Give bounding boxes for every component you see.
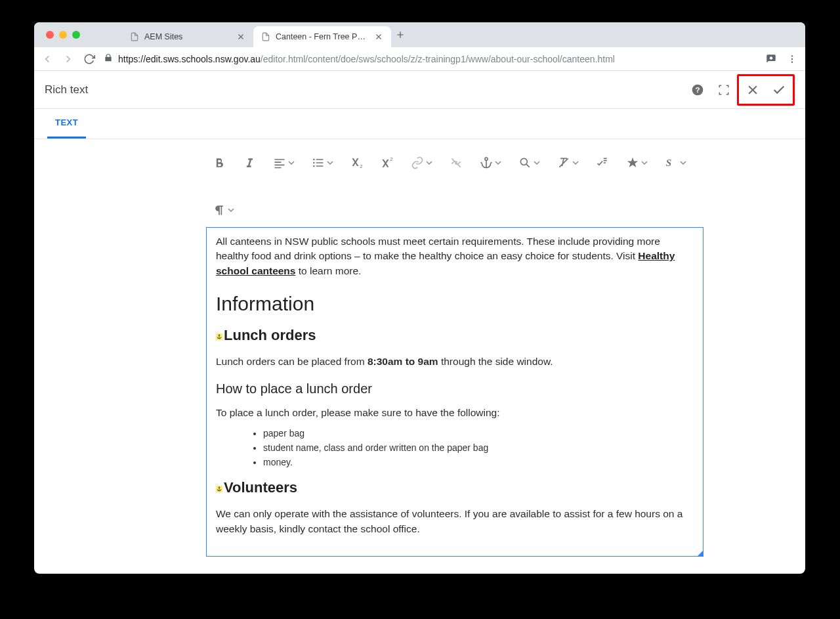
new-tab-button[interactable] <box>391 26 410 44</box>
svg-point-0 <box>791 55 793 56</box>
svg-text:S: S <box>666 158 671 168</box>
url-text: https://edit.sws.schools.nsw.gov.au/edit… <box>118 54 615 64</box>
svg-text:?: ? <box>695 85 700 94</box>
anchor-marker-icon <box>216 486 222 492</box>
dialog-title: Rich text <box>45 83 88 96</box>
fullscreen-icon[interactable] <box>711 77 737 103</box>
svg-point-13 <box>219 335 220 336</box>
svg-point-2 <box>791 61 793 62</box>
rte-area: 2 2 S All canteens in NSW public schools… <box>34 139 805 574</box>
heading-how-to-place[interactable]: How to place a lunch order <box>216 381 694 396</box>
heading-information[interactable]: Information <box>216 293 694 315</box>
lock-icon <box>104 53 113 64</box>
window-controls <box>39 31 87 39</box>
close-tab-icon[interactable] <box>236 32 245 41</box>
done-button[interactable] <box>766 77 792 103</box>
rich-text-editor[interactable]: All canteens in NSW public schools must … <box>206 227 704 557</box>
minimize-window-button[interactable] <box>59 31 67 39</box>
close-tab-icon[interactable] <box>374 32 383 41</box>
tab-title: Canteen - Fern Tree Public Sch <box>276 32 369 41</box>
dialog-tabs: TEXT <box>34 109 805 139</box>
url-bar[interactable]: https://edit.sws.schools.nsw.gov.au/edit… <box>104 53 757 64</box>
browser-tab-canteen[interactable]: Canteen - Fern Tree Public Sch <box>253 26 391 47</box>
svg-point-5 <box>313 159 315 161</box>
forward-button[interactable] <box>62 53 75 66</box>
page-icon <box>261 32 270 41</box>
browser-tab-bar: AEM Sites Canteen - Fern Tree Public Sch <box>34 22 805 47</box>
browser-menu-icon[interactable] <box>786 53 799 66</box>
align-button[interactable] <box>273 155 295 171</box>
svg-point-10 <box>485 158 488 160</box>
svg-text:2: 2 <box>390 156 392 162</box>
reload-button[interactable] <box>83 53 96 66</box>
extension-icon[interactable] <box>765 53 778 66</box>
spellcheck-button[interactable] <box>596 155 609 171</box>
list-item[interactable]: student name, class and order written on… <box>263 442 694 453</box>
instructions-paragraph[interactable]: To place a lunch order, please make sure… <box>216 406 694 420</box>
list-item[interactable]: paper bag <box>263 428 694 438</box>
superscript-button[interactable]: 2 <box>381 155 394 171</box>
back-button[interactable] <box>41 53 54 66</box>
requirements-list[interactable]: paper bag student name, class and order … <box>263 428 694 467</box>
list-button[interactable] <box>312 155 333 171</box>
browser-window: AEM Sites Canteen - Fern Tree Public Sch <box>34 22 805 574</box>
list-item[interactable]: money. <box>263 457 694 467</box>
close-window-button[interactable] <box>46 31 54 39</box>
special-chars-button[interactable] <box>626 155 648 171</box>
find-button[interactable] <box>518 155 540 171</box>
intro-paragraph[interactable]: All canteens in NSW public schools must … <box>216 234 694 278</box>
dialog-header: Rich text ? <box>34 71 805 109</box>
paragraph-format-button[interactable] <box>213 202 234 218</box>
heading-lunch-orders[interactable]: Lunch orders <box>216 327 694 344</box>
bold-button[interactable] <box>213 155 226 171</box>
cancel-button[interactable] <box>740 77 766 103</box>
italic-button[interactable] <box>243 155 256 171</box>
browser-toolbar: https://edit.sws.schools.nsw.gov.au/edit… <box>34 47 805 71</box>
page-icon <box>130 32 139 41</box>
tab-title: AEM Sites <box>144 32 231 41</box>
svg-text:2: 2 <box>360 163 362 169</box>
volunteers-paragraph[interactable]: We can only operate with the assistance … <box>216 507 694 536</box>
maximize-window-button[interactable] <box>72 31 80 39</box>
browser-tab-aem-sites[interactable]: AEM Sites <box>122 26 253 47</box>
lunch-orders-paragraph[interactable]: Lunch orders can be placed from 8:30am t… <box>216 354 694 369</box>
hyperlink-button[interactable] <box>411 155 432 171</box>
clear-format-button[interactable] <box>557 155 579 171</box>
svg-point-6 <box>313 162 315 164</box>
tab-text[interactable]: TEXT <box>47 108 86 139</box>
heading-volunteers[interactable]: Volunteers <box>216 479 694 496</box>
styles-button[interactable]: S <box>665 155 686 171</box>
svg-point-1 <box>791 58 793 59</box>
help-icon[interactable]: ? <box>684 77 711 103</box>
svg-point-11 <box>520 158 527 165</box>
anchor-button[interactable] <box>480 155 501 171</box>
svg-point-14 <box>219 487 220 488</box>
svg-point-7 <box>313 165 315 167</box>
anchor-marker-icon <box>216 333 222 340</box>
action-buttons-highlight <box>737 74 795 106</box>
unlink-button[interactable] <box>450 155 463 171</box>
subscript-button[interactable]: 2 <box>350 155 364 171</box>
rte-toolbar: 2 2 S <box>206 150 704 227</box>
